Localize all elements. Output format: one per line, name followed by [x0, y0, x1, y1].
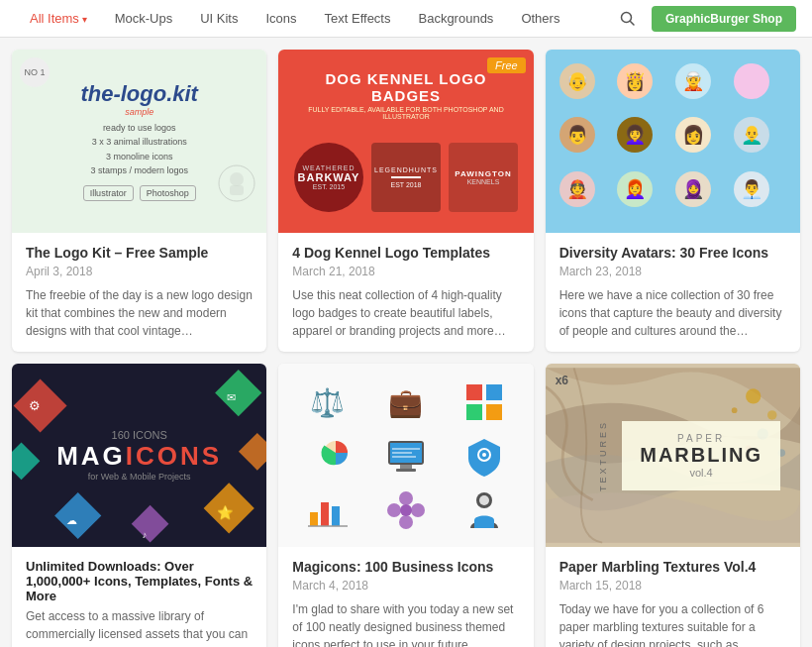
- card-body-dog-kennel: 4 Dog Kennel Logo Templates March 21, 20…: [278, 233, 533, 352]
- biz-icon-barchart: [292, 492, 362, 528]
- card-date-diversity-avatars: March 23, 2018: [559, 265, 786, 278]
- magicons-count: 160 ICONS: [56, 429, 222, 441]
- card-magicons: ⚙ ☁ ✉ ⭐ ♪ 160 ICONS MAGICONS for Web & M…: [12, 364, 266, 647]
- card-body-business-icons: Magicons: 100 Business Icons March 4, 20…: [278, 547, 533, 647]
- card-desc-business-icons: I'm glad to share with you today a new s…: [292, 600, 519, 647]
- magicons-title: MAGICONS: [56, 441, 222, 472]
- card-body-paper-marbling: Paper Marbling Textures Vol.4 March 15, …: [546, 547, 800, 647]
- biz-icons-grid: ⚖️ 💼: [278, 364, 533, 547]
- avatars-grid: 👴 👸 🧝 👨 👩‍🦱 👩 👨‍🦲 👲 👩‍🦰 🧕 👨‍💼: [546, 50, 800, 233]
- biz-icon-scales: ⚖️: [292, 384, 362, 420]
- magicons-content: 160 ICONS MAGICONS for Web & Mobile Proj…: [56, 429, 222, 482]
- avatar-3: 🧝: [675, 63, 711, 99]
- svg-text:⚙: ⚙: [29, 398, 41, 413]
- biz-icon-briefcase: 💼: [370, 384, 441, 420]
- nav-item-others[interactable]: Others: [507, 3, 573, 34]
- card-title-dog-kennel[interactable]: 4 Dog Kennel Logo Templates: [292, 245, 519, 261]
- avatar-9: 👲: [559, 171, 595, 207]
- avatar-8: 👨‍🦲: [734, 117, 769, 153]
- card-image-magicons[interactable]: ⚙ ☁ ✉ ⭐ ♪ 160 ICONS MAGICONS for Web & M…: [12, 364, 266, 547]
- card-desc-dog-kennel: Use this neat collection of 4 high-quali…: [292, 286, 519, 340]
- svg-point-32: [482, 453, 486, 457]
- svg-rect-4: [230, 185, 244, 195]
- svg-rect-11: [239, 433, 266, 471]
- svg-point-39: [399, 515, 413, 529]
- search-icon[interactable]: [612, 11, 644, 27]
- avatar-10: 👩‍🦰: [617, 171, 653, 207]
- avatar-12: 👨‍💼: [734, 171, 769, 207]
- biz-icon-shield: [450, 437, 520, 477]
- card-title-business-icons[interactable]: Magicons: 100 Business Icons: [292, 559, 519, 575]
- logo-kit-subtitle: sample: [125, 107, 153, 117]
- card-title-paper-marbling[interactable]: Paper Marbling Textures Vol.4: [559, 559, 786, 575]
- card-image-business-icons[interactable]: ⚖️ 💼: [278, 364, 533, 547]
- avatar-4: [734, 63, 769, 99]
- svg-rect-29: [392, 452, 412, 454]
- pm-x6-badge: x6: [556, 374, 568, 387]
- svg-rect-34: [321, 502, 329, 526]
- dk-logos: WEATHERED BARKWAY EST. 2015 LEGENDHUNTS …: [294, 143, 518, 212]
- card-image-paper-marbling[interactable]: x6 TEXTURES PAPER MARBLING vol.4: [546, 364, 800, 547]
- svg-text:⭐: ⭐: [217, 504, 234, 521]
- tag-photoshop: Photoshop: [140, 185, 196, 201]
- svg-rect-6: [54, 492, 101, 539]
- card-desc-logo-kit: The freebie of the day is a new logo des…: [26, 286, 253, 340]
- nav-item-all-items[interactable]: All Items: [16, 3, 101, 34]
- svg-text:♪: ♪: [143, 529, 148, 540]
- svg-text:✉: ✉: [227, 391, 236, 403]
- svg-text:💼: 💼: [388, 386, 423, 419]
- card-image-dog-kennel[interactable]: Free DOG KENNEL LOGO BADGES FULLY EDITAB…: [278, 50, 533, 233]
- avatar-6: 👩‍🦱: [617, 117, 653, 153]
- svg-rect-28: [392, 448, 420, 450]
- cards-grid: NO 1 the-logo.kit sample ready to use lo…: [0, 38, 812, 647]
- card-date-paper-marbling: March 15, 2018: [559, 579, 786, 593]
- biz-icon-chart: [292, 437, 362, 477]
- avatar-5: 👨: [559, 117, 595, 153]
- avatar-1: 👴: [559, 63, 595, 99]
- navbar: All Items Mock-Ups UI Kits Icons Text Ef…: [0, 0, 812, 38]
- avatar-2: 👸: [617, 63, 653, 99]
- nav-item-text-effects[interactable]: Text Effects: [311, 3, 405, 34]
- dk-title: DOG KENNEL LOGO BADGES: [288, 70, 523, 104]
- card-title-diversity-avatars[interactable]: Diversity Avatars: 30 Free Icons: [559, 245, 786, 261]
- biz-icon-person: [450, 490, 520, 530]
- logo-kit-tags: Illustrator Photoshop: [83, 185, 196, 201]
- shop-cta-button[interactable]: GraphicBurger Shop: [652, 6, 796, 32]
- svg-point-46: [767, 410, 777, 420]
- card-business-icons: ⚖️ 💼: [278, 364, 533, 647]
- svg-line-1: [630, 21, 634, 25]
- avatar-11: 🧕: [675, 171, 711, 207]
- card-date-business-icons: March 4, 2018: [292, 579, 519, 593]
- card-image-logo-kit[interactable]: NO 1 the-logo.kit sample ready to use lo…: [12, 50, 266, 233]
- svg-rect-26: [400, 465, 412, 469]
- dk-logo-2: LEGENDHUNTS EST 2018: [371, 143, 441, 212]
- svg-rect-27: [396, 469, 416, 472]
- dk-logo-1: WEATHERED BARKWAY EST. 2015: [294, 143, 363, 212]
- badge-no1: NO 1: [20, 57, 50, 87]
- card-title-logo-kit[interactable]: The Logo Kit – Free Sample: [26, 245, 253, 261]
- tag-illustrator: Illustrator: [83, 185, 134, 201]
- svg-rect-19: [466, 384, 482, 400]
- svg-point-41: [400, 504, 412, 516]
- card-body-logo-kit: The Logo Kit – Free Sample April 3, 2018…: [12, 233, 266, 352]
- card-dog-kennel: Free DOG KENNEL LOGO BADGES FULLY EDITAB…: [278, 50, 533, 352]
- nav-item-mock-ups[interactable]: Mock-Ups: [101, 3, 187, 34]
- nav-item-ui-kits[interactable]: UI Kits: [186, 3, 252, 34]
- svg-rect-9: [132, 505, 169, 543]
- nav-item-backgrounds[interactable]: Backgrounds: [404, 3, 507, 34]
- dk-logo-3: PAWINGTON KENNELS: [449, 143, 518, 212]
- dk-header: DOG KENNEL LOGO BADGES FULLY EDITABLE, A…: [288, 70, 523, 120]
- card-title-magicons[interactable]: Unlimited Downloads: Over 1,000,000+ Ico…: [26, 559, 253, 603]
- card-desc-diversity-avatars: Here we have a nice collection of 30 fre…: [559, 286, 786, 340]
- svg-text:⚖️: ⚖️: [310, 386, 345, 419]
- avatar-7: 👩: [675, 117, 711, 153]
- card-paper-marbling: x6 TEXTURES PAPER MARBLING vol.4 Paper M…: [546, 364, 800, 647]
- svg-point-40: [387, 503, 401, 517]
- svg-rect-35: [332, 506, 340, 526]
- biz-icon-grid: [450, 380, 520, 424]
- svg-rect-20: [486, 384, 502, 400]
- biz-icon-flower: [370, 490, 441, 530]
- nav-item-icons[interactable]: Icons: [252, 3, 310, 34]
- svg-rect-21: [466, 404, 482, 420]
- card-image-diversity-avatars[interactable]: 👴 👸 🧝 👨 👩‍🦱 👩 👨‍🦲 👲 👩‍🦰 🧕 👨‍💼: [546, 50, 800, 233]
